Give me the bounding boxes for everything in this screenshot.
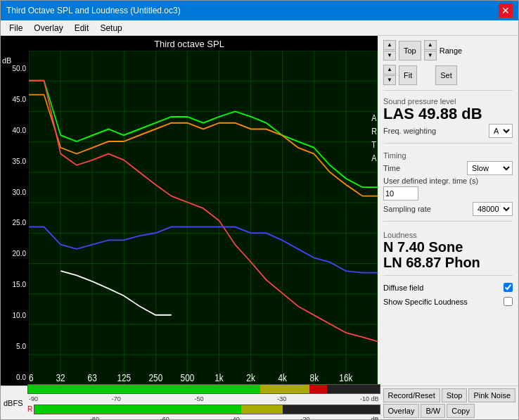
chart-wrapper: dB 50.0 45.0 40.0 35.0 30.0 25.0 20.0 15… xyxy=(1,51,378,386)
chart-area: Third octave SPL dB 50.0 45.0 40.0 35.0 … xyxy=(1,36,378,386)
freq-weighting-row: Freq. weighting A B C Z xyxy=(383,124,513,138)
diffuse-field-checkbox[interactable] xyxy=(504,283,513,292)
right-panel: ▲ ▼ Top ▲ ▼ Range ▲ ▼ Fit Set xyxy=(378,36,518,386)
y-axis-db-label: dB xyxy=(2,56,11,65)
timing-section: Timing Time Slow Fast Impulse User defin… xyxy=(383,150,513,216)
loudness-section: Loudness N 7.40 Sone LN 68.87 Phon xyxy=(383,229,513,270)
action-btn-row-1: Record/Reset Stop Pink Noise xyxy=(383,388,515,402)
title-bar: Third Octave SPL and Loudness (Untitled.… xyxy=(1,1,518,20)
menu-bar: File Overlay Edit Setup xyxy=(1,20,518,36)
user-integr-label: User defined integr. time (s) xyxy=(383,177,478,185)
ln-value: LN 68.87 Phon xyxy=(383,255,513,270)
fit-controls: ▲ ▼ Fit Set xyxy=(383,65,513,85)
y-tick-25: 25.0 xyxy=(1,219,27,227)
meter-bottom-labels: -80-60-40-20dB xyxy=(27,416,380,421)
divider-1 xyxy=(383,90,513,91)
range-down-button[interactable]: ▼ xyxy=(424,51,437,61)
top-down-button[interactable]: ▼ xyxy=(383,51,396,61)
window-title: Third Octave SPL and Loudness (Untitled.… xyxy=(6,6,181,15)
chart-canvas: 16 32 63 125 250 500 1k 2k 4k 8k 16k A R xyxy=(29,51,378,386)
bottom-bar: dBFS -90-70-50-30-10 dB R xyxy=(1,386,518,419)
y-axis: dB 50.0 45.0 40.0 35.0 30.0 25.0 20.0 15… xyxy=(1,51,29,386)
fit-nav-group: ▲ ▼ xyxy=(383,65,396,85)
diffuse-field-label: Diffuse field xyxy=(383,284,423,292)
svg-text:1k: 1k xyxy=(214,372,224,383)
diffuse-field-row: Diffuse field xyxy=(383,283,513,292)
meter-section: -90-70-50-30-10 dB R -80-60-40-20dB xyxy=(27,383,380,421)
copy-button[interactable]: Copy xyxy=(447,404,475,418)
menu-file[interactable]: File xyxy=(4,23,28,34)
time-label: Time xyxy=(383,164,400,172)
top-up-button[interactable]: ▲ xyxy=(383,40,396,50)
menu-edit[interactable]: Edit xyxy=(69,23,95,34)
sampling-rate-row: Sampling rate 44100 48000 96000 xyxy=(383,202,513,216)
sampling-rate-select[interactable]: 44100 48000 96000 xyxy=(473,202,513,216)
svg-text:125: 125 xyxy=(117,372,131,383)
main-window: Third Octave SPL and Loudness (Untitled.… xyxy=(0,0,519,420)
y-tick-15: 15.0 xyxy=(1,281,27,288)
y-tick-40: 40.0 xyxy=(1,127,27,134)
fit-down-button[interactable]: ▼ xyxy=(383,75,396,85)
svg-text:4k: 4k xyxy=(278,372,287,383)
top-nav-group: ▲ ▼ xyxy=(383,40,396,61)
user-integr-row: User defined integr. time (s) xyxy=(383,177,513,201)
svg-text:500: 500 xyxy=(181,372,195,383)
y-tick-35: 35.0 xyxy=(1,158,27,165)
range-up-button[interactable]: ▲ xyxy=(424,40,437,50)
range-label: Range xyxy=(440,46,462,55)
set-button[interactable]: Set xyxy=(435,65,457,85)
fit-up-button[interactable]: ▲ xyxy=(383,65,396,75)
show-specific-checkbox[interactable] xyxy=(504,297,513,306)
svg-text:250: 250 xyxy=(149,372,163,383)
freq-weighting-select[interactable]: A B C Z xyxy=(489,124,513,138)
show-specific-row: Show Specific Loudness xyxy=(383,297,513,306)
n-value: N 7.40 Sone xyxy=(383,239,513,255)
time-row: Time Slow Fast Impulse xyxy=(383,161,513,175)
overlay-button[interactable]: Overlay xyxy=(383,404,420,418)
y-tick-45: 45.0 xyxy=(1,96,27,103)
y-tick-0: 0.0 xyxy=(1,374,27,381)
svg-text:A: A xyxy=(371,113,376,122)
time-select[interactable]: Slow Fast Impulse xyxy=(467,161,513,175)
y-tick-50: 50.0 xyxy=(1,65,27,72)
fit-button[interactable]: Fit xyxy=(399,65,417,85)
sampling-rate-label: Sampling rate xyxy=(383,205,431,213)
spl-section: Sound pressure level LAS 49.88 dB Freq. … xyxy=(383,96,513,138)
chart-title: Third octave SPL xyxy=(1,36,378,51)
record-reset-button[interactable]: Record/Reset xyxy=(383,388,440,402)
pink-noise-button[interactable]: Pink Noise xyxy=(468,388,515,402)
svg-text:T: T xyxy=(371,139,376,149)
divider-2 xyxy=(383,143,513,144)
svg-text:A: A xyxy=(371,153,376,163)
menu-setup[interactable]: Setup xyxy=(94,23,127,34)
svg-text:16k: 16k xyxy=(339,372,353,383)
freq-weighting-label: Freq. weighting xyxy=(383,127,436,135)
divider-4 xyxy=(383,275,513,276)
dbfs-label: dBFS xyxy=(4,399,25,407)
loudness-section-label: Loudness xyxy=(383,231,513,239)
svg-text:32: 32 xyxy=(56,372,65,383)
svg-text:63: 63 xyxy=(88,372,97,383)
y-tick-5: 5.0 xyxy=(1,343,27,350)
range-nav-group: ▲ ▼ xyxy=(424,40,437,61)
svg-text:8k: 8k xyxy=(310,372,319,383)
menu-overlay[interactable]: Overlay xyxy=(28,23,68,34)
meter-top-labels: -90-70-50-30-10 dB xyxy=(27,395,380,402)
action-buttons: Record/Reset Stop Pink Noise Overlay B/W… xyxy=(383,388,515,418)
svg-text:R: R xyxy=(371,126,377,136)
svg-text:2k: 2k xyxy=(246,372,255,383)
top-button[interactable]: Top xyxy=(399,41,421,61)
timing-section-label: Timing xyxy=(383,151,513,160)
show-specific-label: Show Specific Loudness xyxy=(383,298,468,306)
divider-3 xyxy=(383,221,513,222)
user-integr-input[interactable] xyxy=(383,186,418,201)
main-content: Third octave SPL dB 50.0 45.0 40.0 35.0 … xyxy=(1,36,518,386)
chart-svg: 16 32 63 125 250 500 1k 2k 4k 8k 16k A R xyxy=(29,51,378,386)
svg-rect-0 xyxy=(29,51,378,386)
stop-button[interactable]: Stop xyxy=(442,388,468,402)
y-tick-20: 20.0 xyxy=(1,250,27,257)
bw-button[interactable]: B/W xyxy=(421,404,445,418)
svg-text:16: 16 xyxy=(29,372,34,383)
action-btn-row-2: Overlay B/W Copy xyxy=(383,404,515,418)
close-button[interactable]: ✕ xyxy=(499,4,513,18)
